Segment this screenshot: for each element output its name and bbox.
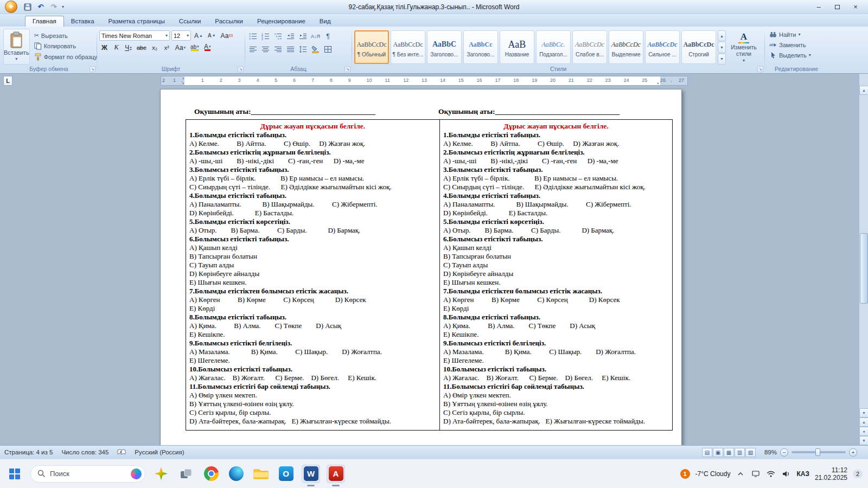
paste-button[interactable]: Вставить ▾ (3, 29, 30, 65)
format-painter-button[interactable]: Формат по образцу (32, 52, 100, 62)
style-gallery-item[interactable]: АаBbCcDсСлабое в... (572, 30, 607, 64)
ribbon-tab-4[interactable]: Ссылки (172, 16, 208, 27)
style-gallery-item[interactable]: АаBbCcDc¶ Обычный (354, 30, 389, 64)
copilot-button[interactable] (152, 465, 170, 483)
grow-font-button[interactable]: А▲ (193, 30, 205, 41)
browse-object-button[interactable]: ● (859, 427, 868, 436)
bold-button[interactable]: Ж (99, 42, 110, 53)
replace-button[interactable]: ab Заменить (767, 40, 826, 49)
gallery-down-button[interactable]: ▼ (718, 42, 726, 53)
increase-indent-button[interactable] (297, 31, 309, 42)
first-line-indent-marker[interactable]: ▾ (182, 76, 184, 80)
shrink-font-button[interactable]: А▼ (206, 30, 218, 41)
previous-page-button[interactable]: ▲ (859, 418, 868, 427)
zoom-slider[interactable] (792, 451, 846, 453)
gallery-up-button[interactable]: ▲ (718, 30, 726, 41)
ruler[interactable]: ▾ ▴ ▴ 2112345678910111213141516171819202… (161, 76, 688, 86)
strikethrough-button[interactable]: abc (135, 42, 148, 53)
word-taskbar-button[interactable]: W (302, 465, 320, 483)
bullets-button[interactable] (247, 31, 259, 42)
style-gallery-item[interactable]: АаBbCcDсВыделение (609, 30, 643, 64)
close-button[interactable]: × (847, 2, 864, 12)
search-highlights-icon[interactable] (131, 468, 142, 479)
next-page-button[interactable]: ▼ (859, 436, 868, 445)
underline-button[interactable]: Ч▾ (123, 42, 133, 53)
zoom-slider-thumb[interactable] (815, 448, 820, 456)
left-indent-marker[interactable]: ▴ (182, 81, 184, 85)
change-styles-button[interactable]: А Изменить стили ▾ (727, 29, 761, 65)
maximize-button[interactable] (829, 2, 845, 12)
ribbon-tab-1[interactable]: Главная (25, 16, 64, 27)
task-view-button[interactable] (177, 465, 195, 483)
cut-button[interactable]: ✂ Вырезать (32, 31, 100, 40)
ribbon-tab-5[interactable]: Рассылки (208, 16, 250, 27)
select-button[interactable]: Выделить ▾ (767, 50, 826, 60)
ribbon-tab-3[interactable]: Разметка страницы (101, 16, 172, 27)
notification-count-badge[interactable]: 2 (853, 470, 863, 478)
weather-widget[interactable]: -7°C Cloudy (695, 470, 731, 478)
align-right-button[interactable] (272, 44, 284, 55)
style-gallery-item[interactable]: АаBbCcDc¶ Без инте... (391, 30, 425, 64)
clear-formatting-button[interactable]: Аа (219, 30, 235, 41)
keyboard-language[interactable]: КАЗ (796, 470, 809, 478)
zoom-in-button[interactable]: + (849, 448, 857, 457)
show-paragraph-marks-button[interactable]: ¶ (322, 31, 334, 42)
style-gallery-item[interactable]: АаBbCcDсСтрогий (681, 30, 716, 64)
file-explorer-button[interactable] (252, 465, 270, 483)
vertical-scrollbar[interactable]: ▲ ▼ ▲ ● ▼ (859, 74, 868, 445)
print-layout-view-button[interactable]: ▤ (702, 448, 712, 457)
align-left-button[interactable] (247, 44, 259, 55)
font-color-button[interactable]: А▾ (202, 42, 213, 53)
scroll-down-button[interactable]: ▼ (859, 408, 868, 418)
chrome-button[interactable] (202, 465, 220, 483)
decrease-indent-button[interactable] (285, 31, 296, 42)
find-button[interactable]: Найти ▾ (767, 30, 826, 39)
style-gallery-item[interactable]: АаBbСсЗаголово... (463, 30, 498, 64)
font-size-select[interactable]: 12▾ (171, 30, 191, 41)
notification-badge[interactable]: 1 (680, 469, 690, 479)
paragraph-dialog-launcher[interactable]: ↘ (344, 66, 350, 72)
zoom-out-button[interactable]: − (780, 448, 788, 457)
zoom-level[interactable]: 89% (764, 449, 777, 455)
numbering-button[interactable]: 123 (260, 31, 271, 42)
tab-stop-selector[interactable]: L (3, 76, 12, 86)
network-icon[interactable] (766, 470, 776, 478)
save-button[interactable] (23, 2, 33, 12)
volume-icon[interactable] (781, 470, 791, 478)
document-page[interactable]: Оқушының аты:___________________________… (160, 89, 682, 445)
clock[interactable]: 11:12 21.02.2025 (815, 466, 847, 481)
ribbon-tab-2[interactable]: Вставка (64, 16, 101, 27)
shading-button[interactable] (310, 44, 321, 55)
style-gallery-item[interactable]: АаBbСЗаголово... (427, 30, 462, 64)
clipboard-dialog-launcher[interactable]: ↘ (90, 66, 95, 72)
change-case-button[interactable]: Аа▾ (174, 42, 187, 53)
style-gallery-item[interactable]: АаВНазвание (500, 30, 534, 64)
justify-button[interactable] (285, 44, 296, 55)
scroll-up-button[interactable]: ▲ (859, 86, 868, 95)
start-button[interactable] (5, 465, 24, 483)
office-button[interactable]: ❖ (5, 1, 17, 13)
multilevel-list-button[interactable] (272, 31, 284, 42)
gallery-expand-button[interactable]: ▼ (718, 54, 726, 65)
right-indent-marker[interactable]: ▴ (657, 81, 659, 85)
fullscreen-view-button[interactable]: ▣ (713, 448, 723, 457)
draft-view-button[interactable]: ▧ (745, 448, 756, 457)
acrobat-button[interactable]: A (327, 465, 345, 483)
web-layout-view-button[interactable]: ▦ (724, 448, 734, 457)
display-tray-icon[interactable] (751, 470, 761, 478)
style-gallery-item[interactable]: АаBbCcDсСильное ... (645, 30, 680, 64)
copy-button[interactable]: Копировать (32, 41, 100, 51)
borders-button[interactable] (322, 44, 334, 55)
search-box[interactable]: Поиск (30, 465, 145, 483)
superscript-button[interactable]: x² (162, 42, 172, 53)
outlook-button[interactable]: O (277, 465, 295, 483)
status-language[interactable]: Русский (Россия) (135, 449, 184, 455)
proofing-status-icon[interactable]: ✗ (117, 448, 126, 457)
hidden-icons-chevron-icon[interactable] (736, 470, 745, 478)
scrollbar-thumb[interactable] (860, 233, 868, 304)
outline-view-button[interactable]: ▥ (735, 448, 745, 457)
font-family-select[interactable]: Times New Roman▾ (99, 30, 170, 41)
styles-dialog-launcher[interactable]: ↘ (757, 66, 763, 72)
status-word-count[interactable]: Число слов: 345 (61, 449, 108, 455)
minimize-button[interactable]: – (810, 2, 827, 12)
